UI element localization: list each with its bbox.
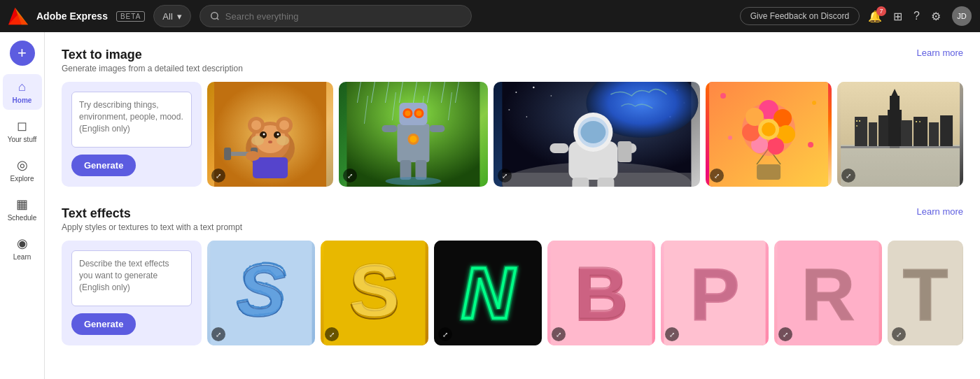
apps-icon[interactable]: ⊞ [893,10,902,23]
sidebar-item-schedule[interactable]: ▦ Schedule [3,191,42,227]
svg-rect-71 [617,141,631,162]
navbar-icons: 🔔 7 ⊞ ? ⚙ JD [868,6,972,26]
svg-rect-22 [224,148,231,160]
svg-rect-102 [856,120,858,122]
image-card-t-floral[interactable]: T ⤢ [888,241,963,345]
image-card-robot[interactable]: ⤢ [339,82,488,187]
text-to-image-textarea[interactable] [71,92,192,148]
expand-icon-s-blue[interactable]: ⤢ [211,327,225,341]
section-info: Text to image Generate images from a det… [62,48,243,73]
image-card-astronaut[interactable]: ⤢ [493,82,700,187]
svg-rect-20 [253,157,288,178]
feedback-button[interactable]: Give Feedback on Discord [740,7,860,25]
svg-point-89 [762,122,776,136]
text-effects-generate-button[interactable]: Generate [71,313,136,335]
expand-icon-astronaut[interactable]: ⤢ [498,169,512,183]
svg-point-45 [410,136,417,143]
svg-rect-70 [597,178,614,187]
svg-rect-67 [550,143,568,153]
expand-icon-hamster[interactable]: ⤢ [211,169,225,183]
beta-badge: BETA [116,11,145,22]
image-card-s-gold[interactable]: S S ⤢ [321,241,428,345]
svg-rect-46 [382,125,398,132]
text-to-image-generate-button[interactable]: Generate [71,155,136,176]
svg-text:B: B [575,251,629,334]
expand-icon-s-gold[interactable]: ⤢ [325,327,339,341]
image-card-p-floral[interactable]: P ⤢ [661,241,769,345]
expand-icon-b-pink[interactable]: ⤢ [552,327,566,341]
svg-point-12 [277,134,279,136]
expand-icon-balloon[interactable]: ⤢ [710,169,724,183]
explore-icon: ◎ [17,157,28,173]
svg-rect-69 [572,178,589,187]
svg-point-3 [211,13,218,19]
svg-rect-105 [916,121,917,122]
text-to-image-cards: Generate [62,82,963,187]
image-card-hamster[interactable]: ⤢ [207,82,333,187]
svg-rect-106 [919,121,920,122]
your-stuff-icon: ◻ [17,118,27,134]
svg-rect-77 [757,164,780,180]
learn-more-text-to-image[interactable]: Learn more [917,48,963,58]
expand-icon-n-neon[interactable]: ⤢ [438,327,452,341]
image-card-s-blue[interactable]: S S ⤢ [207,241,315,345]
svg-rect-96 [869,122,877,146]
sidebar-item-explore[interactable]: ◎ Explore [3,152,42,188]
text-effects-textarea[interactable] [71,250,192,306]
sidebar-item-your-stuff[interactable]: ◻ Your stuff [3,113,42,149]
sidebar-item-learn[interactable]: ◉ Learn [3,230,42,266]
svg-point-66 [580,121,606,143]
section-info-effects: Text effects Apply styles or textures to… [62,206,242,232]
adobe-logo-icon [8,6,28,26]
navbar: Adobe Express BETA All ▾ Give Feedback o… [0,0,980,32]
image-card-balloon[interactable]: ⤢ [706,82,832,187]
svg-point-15 [268,141,272,143]
sidebar: + ⌂ Home ◻ Your stuff ◎ Explore ▦ Schedu… [0,32,45,379]
svg-rect-103 [859,120,860,122]
svg-line-4 [216,18,218,20]
schedule-icon: ▦ [16,196,28,212]
search-input[interactable] [225,11,461,22]
svg-rect-49 [416,160,427,180]
avatar[interactable]: JD [952,6,972,26]
image-card-n-neon[interactable]: N N N ⤢ [434,241,542,345]
bell-icon[interactable]: 🔔 7 [868,10,882,23]
text-to-image-section: Text to image Generate images from a det… [62,48,963,187]
image-card-r-pink[interactable]: R ⤢ [774,241,882,345]
svg-point-74 [812,101,816,105]
svg-point-50 [386,177,442,185]
svg-rect-97 [878,115,888,146]
settings-icon[interactable]: ⚙ [931,10,941,23]
svg-rect-48 [400,160,412,180]
notification-badge: 7 [876,6,886,16]
expand-icon-p-floral[interactable]: ⤢ [665,327,679,341]
expand-icon-robot[interactable]: ⤢ [343,169,357,183]
learn-more-text-effects[interactable]: Learn more [917,206,963,217]
svg-text:R: R [802,253,855,336]
filter-dropdown[interactable]: All ▾ [153,5,190,27]
svg-rect-100 [929,122,939,146]
image-card-city[interactable]: ⤢ [837,82,963,187]
svg-point-75 [728,136,732,140]
svg-point-54 [551,95,552,96]
svg-text:S: S [349,248,400,332]
svg-point-86 [742,123,760,141]
svg-point-73 [720,93,726,99]
svg-rect-98 [901,120,912,146]
svg-rect-104 [856,125,858,127]
add-button[interactable]: + [10,41,35,66]
section-header-text-effects: Text effects Apply styles or textures to… [62,206,963,232]
search-icon [210,11,220,21]
svg-point-52 [515,92,517,93]
sidebar-item-home[interactable]: ⌂ Home [3,74,42,110]
svg-point-55 [508,109,510,110]
help-icon[interactable]: ? [913,10,920,22]
svg-point-17 [251,120,261,130]
svg-point-56 [526,116,528,117]
section-subtitle-text-effects: Apply styles or textures to text with a … [62,222,242,232]
expand-icon-city[interactable]: ⤢ [841,169,855,183]
svg-point-43 [416,110,422,116]
svg-point-42 [405,110,411,116]
image-card-b-pink[interactable]: B B ⤢ [547,241,655,345]
svg-point-53 [533,87,534,88]
